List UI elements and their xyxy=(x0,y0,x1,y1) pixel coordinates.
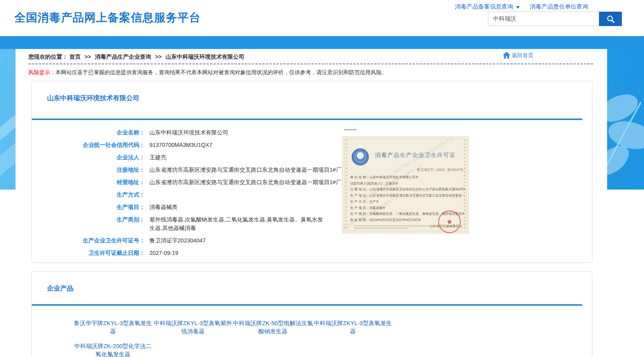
field-value: 山东省潍坊市高新区潍安路与宝通街交叉路口东北角自动变速器一期项目1#厂房 xyxy=(145,165,347,174)
breadcrumb-separator: >> xyxy=(82,54,94,60)
certificate-line: 生 产 方 式：生产※ xyxy=(350,199,465,205)
product-link[interactable]: 鲁沃华宇牌ZKYL-3型臭氧发生器 xyxy=(73,319,153,335)
search-icon xyxy=(606,14,615,24)
field-value: 山东省潍坊市高新区潍安路与宝通街交叉路口东北角自动变速器一期项目1#厂房 xyxy=(145,178,347,186)
certificate-number: 鲁卫消证字（2023）第04047号 xyxy=(417,168,463,172)
field-label: 生产类别： xyxy=(32,215,145,224)
nav-link-label: 消毒产品责任单位查询 xyxy=(530,3,588,10)
field-row: 卫生许可证截止日期：2027-09-19 xyxy=(32,247,592,259)
chevron-down-icon xyxy=(516,6,520,9)
product-link[interactable]: 中科瑞沃牌ZK-200型化学法二氧化氯发生器 xyxy=(73,342,153,357)
breadcrumb-link-home[interactable]: 首页 xyxy=(69,54,81,60)
product-link[interactable]: 中科瑞沃牌ZKYL-3型臭氧紫外线消毒器 xyxy=(153,319,233,335)
nav-link-responsible-unit-query[interactable]: 消毒产品责任单位查询 xyxy=(530,3,588,10)
field-label: 生产方式： xyxy=(32,190,145,199)
certificate-title: 消毒产品生产企业卫生许可证 xyxy=(375,152,456,159)
certificate-line: 生 产 地 址：山东省潍坊市高新区潍安路与宝通街交叉路口东北角自动变速器一期项目… xyxy=(350,193,465,199)
field-value: 王建亮 xyxy=(145,153,167,162)
nav-link-filing-info-query[interactable]: 消毒产品备案信息查询 xyxy=(455,3,520,10)
field-value: 紫外线消毒器,次氯酸钠发生器,二氧化氯发生器,臭氧发生器、臭氧水发生器,其他器械… xyxy=(145,215,327,232)
breadcrumb-row: 您现在的位置： 首页 >> 消毒产品生产企业查询 >> 山东中科瑞沃环境技术有限… xyxy=(16,49,607,61)
national-emblem-icon xyxy=(352,148,369,165)
product-link[interactable]: 中科瑞沃牌ZKYL-3型臭氧发生器 xyxy=(313,319,393,335)
field-row: 企业统一社会信用代码：91370700MA3M3U1QX7 xyxy=(32,139,592,151)
field-value: 鲁卫消证字202304047 xyxy=(145,236,206,245)
field-row: 企业法人：王建亮 xyxy=(32,151,592,164)
field-label: 生产企业卫生许可证号： xyxy=(32,236,145,245)
dashed-divider xyxy=(28,63,593,64)
field-label: 注册地址： xyxy=(32,165,145,174)
field-row: 生产类别：紫外线消毒器,次氯酸钠发生器,二氧化氯发生器,臭氧发生器、臭氧水发生器… xyxy=(32,213,592,234)
field-label: 卫生许可证截止日期： xyxy=(32,249,145,257)
field-row: 生产项目：消毒器械类 xyxy=(32,201,592,213)
certificate-edge-dots xyxy=(346,140,347,230)
breadcrumb-current: 山东中科瑞沃环境技术有限公司 xyxy=(166,54,245,60)
card-title-underline xyxy=(32,304,582,306)
certificate-fineprint xyxy=(354,228,408,229)
field-row: 企业名称：山东中科瑞沃环境技术有限公司 xyxy=(32,126,592,139)
company-card-title: 山东中科瑞沃环境技术有限公司 xyxy=(32,81,592,103)
field-value: 2027-09-19 xyxy=(145,249,178,257)
company-info-card: 山东中科瑞沃环境技术有限公司 企业名称：山东中科瑞沃环境技术有限公司 企业统一社… xyxy=(31,81,592,263)
back-home-label: 返回首页 xyxy=(512,52,533,59)
header-blue-band xyxy=(0,36,644,49)
content-panel: 您现在的位置： 首页 >> 消毒产品生产企业查询 >> 山东中科瑞沃环境技术有限… xyxy=(16,49,607,357)
company-fields: 企业名称：山东中科瑞沃环境技术有限公司 企业统一社会信用代码：91370700M… xyxy=(32,126,592,259)
field-row: 经营地址：山东省潍坊市高新区潍安路与宝通街交叉路口东北角自动变速器一期项目1#厂… xyxy=(32,176,592,188)
field-label: 企业统一社会信用代码： xyxy=(32,141,145,149)
field-value: 91370700MA3M3U1QX7 xyxy=(145,141,212,149)
products-card: 企业产品 鲁沃华宇牌ZKYL-3型臭氧发生器 中科瑞沃牌ZKYL-3型臭氧紫外线… xyxy=(31,271,592,357)
header: 全国消毒产品网上备案信息服务平台 消毒产品备案信息查询 消毒产品责任单位查询 xyxy=(0,0,644,36)
back-home-link[interactable]: 返回首页 xyxy=(502,51,533,59)
top-nav: 消毒产品备案信息查询 消毒产品责任单位查询 xyxy=(455,3,588,10)
certificate-line: 法定代表人(或负责人)：王建亮※ xyxy=(350,181,465,187)
field-label: 生产项目： xyxy=(32,203,145,211)
field-row: 生产方式： xyxy=(32,188,592,201)
field-value: 消毒器械类 xyxy=(145,203,178,211)
license-certificate-image: 消毒产品生产企业卫生许可证 鲁卫消证字（2023）第04047号 单 位 名 称… xyxy=(342,136,469,233)
seal-star: ★ xyxy=(446,217,453,226)
field-row: 注册地址：山东省潍坊市高新区潍安路与宝通街交叉路口东北角自动变速器一期项目1#厂… xyxy=(32,164,592,176)
home-icon xyxy=(502,51,511,59)
field-label: 经营地址： xyxy=(32,178,145,186)
field-label: 企业名称： xyxy=(32,128,145,137)
field-label: 企业法人： xyxy=(32,153,145,162)
risk-notice: 风险提示：本网站仅基于已掌握的信息提供查询服务，查询结果不代表本网站对被查询对象… xyxy=(28,69,594,76)
nav-link-label: 消毒产品备案信息查询 xyxy=(455,3,513,10)
breadcrumb-link-enterprise-query[interactable]: 消毒产品生产企业查询 xyxy=(95,54,151,60)
field-value: 山东中科瑞沃环境技术有限公司 xyxy=(145,128,228,137)
product-list: 鲁沃华宇牌ZKYL-3型臭氧发生器 中科瑞沃牌ZKYL-3型臭氧紫外线消毒器 中… xyxy=(73,319,434,357)
search-button[interactable] xyxy=(599,12,622,26)
risk-text: 本网站仅基于已掌握的信息提供查询服务，查询结果不代表本网站对被查询对象信用状况的… xyxy=(56,69,387,75)
certificate-line: 单 位 名 称：山东中科瑞沃环境技术有限公司※ xyxy=(350,174,465,181)
field-row: 生产企业卫生许可证号：鲁卫消证字202304047 xyxy=(32,234,592,247)
card-title-underline xyxy=(32,118,582,120)
certificate-line: 生 产 项 目：消毒器械※ xyxy=(350,205,465,211)
risk-label: 风险提示： xyxy=(28,69,56,75)
scan-artifact-dash xyxy=(344,129,357,130)
breadcrumb-separator: >> xyxy=(153,54,164,60)
certificate-line: 注 册 地 址：山东省潍坊市高新区玉清东街以北中心次干道以西高新大厦902号科苑 xyxy=(350,186,465,193)
search-input[interactable] xyxy=(488,12,599,26)
breadcrumb-prefix: 您现在的位置： xyxy=(28,54,68,60)
products-card-title: 企业产品 xyxy=(32,272,592,293)
product-link[interactable]: 中科瑞沃牌ZK-50型电解法次氯酸钠发生器 xyxy=(233,319,313,335)
search-box xyxy=(488,12,622,26)
page-title: 全国消毒产品网上备案信息服务平台 xyxy=(14,10,201,26)
